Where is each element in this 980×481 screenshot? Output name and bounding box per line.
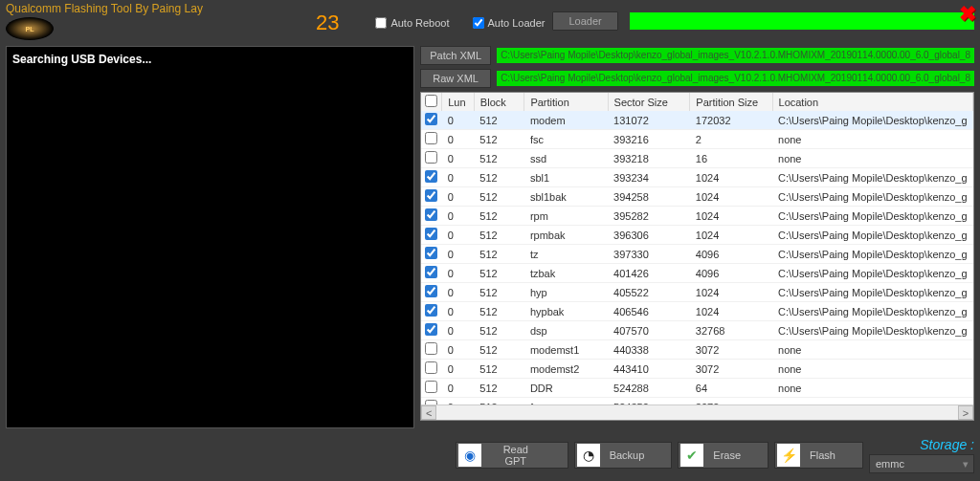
cell-lun: 0	[442, 321, 475, 340]
auto-reboot-input[interactable]	[375, 17, 387, 29]
cell-lun: 0	[442, 379, 475, 398]
cell-block: 512	[474, 264, 524, 283]
col-lun[interactable]: Lun	[442, 93, 475, 111]
auto-loader-checkbox[interactable]: Auto Loader	[473, 17, 546, 29]
table-row[interactable]: 0512ssd39321816none	[421, 149, 972, 168]
cell-lun: 0	[442, 111, 475, 130]
row-checkbox[interactable]	[425, 381, 437, 393]
cell-location: none	[772, 149, 972, 168]
table-row[interactable]: 0512modemst14403383072none	[421, 340, 972, 360]
cell-partition: ssd	[524, 149, 608, 168]
cell-sector: 397330	[608, 245, 690, 264]
table-row[interactable]: 0512modem131072172032C:\Users\Paing Mopi…	[421, 111, 972, 130]
cell-location: C:\Users\Paing Mopile\Desktop\kenzo_g	[772, 226, 972, 245]
auto-reboot-checkbox[interactable]: Auto Reboot	[375, 17, 449, 29]
cell-lun: 0	[442, 360, 475, 379]
cell-location: none	[772, 340, 972, 360]
row-checkbox[interactable]	[425, 151, 437, 164]
cell-sector: 401426	[608, 264, 690, 283]
cell-sector: 396306	[608, 226, 690, 245]
row-checkbox[interactable]	[425, 361, 437, 374]
cell-partition: sbl1bak	[524, 187, 608, 207]
select-all-checkbox[interactable]	[425, 95, 437, 107]
cell-lun: 0	[442, 340, 475, 360]
backup-button[interactable]: ◔ Backup	[574, 442, 673, 469]
col-location[interactable]: Location	[772, 93, 972, 111]
row-checkbox[interactable]	[425, 304, 437, 317]
col-block[interactable]: Block	[474, 93, 524, 111]
cell-location: C:\Users\Paing Mopile\Desktop\kenzo_g	[772, 187, 972, 207]
row-checkbox[interactable]	[425, 189, 437, 202]
cell-block: 512	[474, 283, 524, 302]
table-row[interactable]: 0512rpmbak3963061024C:\Users\Paing Mopil…	[421, 226, 972, 245]
close-icon[interactable]: ✖	[959, 2, 976, 27]
table-row[interactable]: 0512DDR52428864none	[421, 379, 972, 398]
flash-button[interactable]: ⚡ Flash	[774, 442, 863, 469]
cell-psize: 1024	[690, 207, 772, 226]
patch-xml-path: C:\Users\Paing Mopile\Desktop\kenzo_glob…	[497, 48, 974, 63]
check-icon: ✔	[680, 444, 703, 467]
cell-location: none	[772, 360, 972, 379]
table-row[interactable]: 0512tzbak4014264096C:\Users\Paing Mopile…	[421, 264, 972, 283]
cell-partition: tzbak	[524, 264, 608, 283]
cell-block: 512	[474, 111, 524, 130]
horizontal-scrollbar[interactable]: < >	[421, 404, 973, 420]
cell-partition: modemst1	[524, 340, 608, 360]
cell-psize: 1024	[690, 168, 772, 187]
row-checkbox[interactable]	[425, 170, 437, 183]
flash-label: Flash	[810, 449, 835, 461]
erase-button[interactable]: ✔ Erase	[678, 442, 768, 469]
counter-value: 23	[316, 11, 339, 35]
cell-block: 512	[474, 130, 524, 149]
cell-partition: rpmbak	[524, 226, 608, 245]
cell-lun: 0	[442, 149, 475, 168]
patch-xml-button[interactable]: Patch XML	[420, 46, 491, 65]
erase-label: Erase	[713, 449, 741, 461]
row-checkbox[interactable]	[425, 132, 437, 144]
table-row[interactable]: 0512rpm3952821024C:\Users\Paing Mopile\D…	[421, 207, 972, 226]
cell-psize: 172032	[690, 111, 772, 130]
col-psize[interactable]: Partition Size	[690, 93, 772, 111]
loader-button[interactable]: Loader	[552, 11, 617, 31]
row-checkbox[interactable]	[425, 266, 437, 278]
cell-block: 512	[474, 302, 524, 321]
cell-psize: 1024	[690, 226, 772, 245]
log-console: Searching USB Devices...	[6, 46, 414, 428]
cell-location: C:\Users\Paing Mopile\Desktop\kenzo_g	[772, 111, 972, 130]
col-sector[interactable]: Sector Size	[608, 93, 690, 111]
read-gpt-button[interactable]: ◉ Read GPT	[456, 442, 568, 469]
row-checkbox[interactable]	[425, 323, 437, 336]
row-checkbox[interactable]	[425, 342, 437, 355]
raw-xml-button[interactable]: Raw XML	[420, 69, 491, 88]
table-row[interactable]: 0512dsp40757032768C:\Users\Paing Mopile\…	[421, 321, 972, 340]
scroll-right-icon[interactable]: >	[958, 405, 973, 420]
table-row[interactable]: 0512modemst24434103072none	[421, 360, 972, 379]
cell-lun: 0	[442, 168, 475, 187]
cell-sector: 393216	[608, 130, 690, 149]
partition-table[interactable]: Lun Block Partition Sector Size Partitio…	[420, 92, 974, 421]
table-row[interactable]: 0512fsg5243523072none	[421, 398, 972, 405]
cell-location: none	[772, 130, 972, 149]
backup-label: Backup	[610, 449, 645, 461]
row-checkbox[interactable]	[425, 113, 437, 125]
col-partition[interactable]: Partition	[524, 93, 608, 111]
cell-location: none	[772, 398, 972, 405]
cell-sector: 393218	[608, 149, 690, 168]
table-row[interactable]: 0512hyp4055221024C:\Users\Paing Mopile\D…	[421, 283, 972, 302]
table-row[interactable]: 0512hypbak4065461024C:\Users\Paing Mopil…	[421, 302, 972, 321]
auto-loader-input[interactable]	[473, 17, 484, 29]
cell-lun: 0	[442, 226, 475, 245]
storage-dropdown[interactable]: emmc	[869, 454, 974, 473]
cell-psize: 3072	[690, 360, 772, 379]
row-checkbox[interactable]	[425, 208, 437, 221]
table-row[interactable]: 0512tz3973304096C:\Users\Paing Mopile\De…	[421, 245, 972, 264]
table-row[interactable]: 0512sbl1bak3942581024C:\Users\Paing Mopi…	[421, 187, 972, 207]
cell-block: 512	[474, 379, 524, 398]
cell-psize: 2	[690, 130, 772, 149]
row-checkbox[interactable]	[425, 247, 437, 259]
scroll-left-icon[interactable]: <	[421, 405, 436, 420]
table-row[interactable]: 0512fsc3932162none	[421, 130, 972, 149]
row-checkbox[interactable]	[425, 228, 437, 240]
table-row[interactable]: 0512sbl13932341024C:\Users\Paing Mopile\…	[421, 168, 972, 187]
row-checkbox[interactable]	[425, 285, 437, 297]
